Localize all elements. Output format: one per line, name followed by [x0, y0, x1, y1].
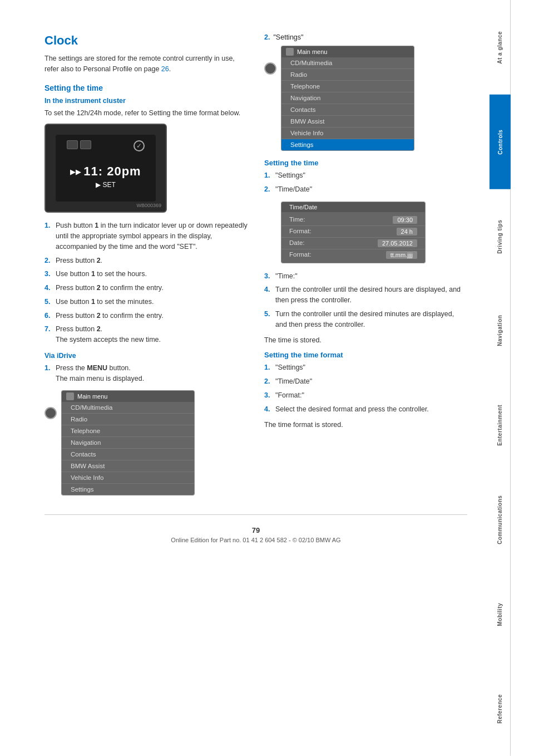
- menu-item-contacts: Contacts: [62, 449, 194, 460]
- format-step-1: 1. "Settings": [264, 362, 467, 373]
- main-menu-screenshot-right: Main menu CD/Multimedia Radio Telephone …: [281, 46, 467, 151]
- setting-time-steps-list: 1. "Settings" 2. "Time/Date": [264, 170, 467, 195]
- idrive-steps-list: 1. Press the MENU button.The main menu i…: [44, 363, 248, 384]
- menu-item-telephone: Telephone: [62, 425, 194, 437]
- intro-text: The settings are stored for the remote c…: [44, 53, 248, 75]
- time-step-text-5: Turn the controller until the desired mi…: [275, 309, 467, 330]
- fmt-step-num-4: 4.: [264, 404, 272, 415]
- cluster-icons: [67, 140, 91, 149]
- cluster-check-icon: ✓: [134, 140, 145, 151]
- sidebar-tab-at-a-glance[interactable]: At a glance: [490, 0, 511, 95]
- cluster-set-label: ▶ SET: [96, 181, 116, 189]
- time-step-num-3: 3.: [264, 271, 272, 282]
- menu-item-telephone-r: Telephone: [281, 81, 414, 92]
- step-num-2: 2.: [44, 256, 52, 266]
- step-text-2: Press button 2.: [56, 256, 102, 266]
- timedate-header: Time/Date: [281, 202, 425, 212]
- time-step-text-4: Turn the controller until the desired ho…: [275, 284, 467, 306]
- cluster-step-4: 4. Press button 2 to confirm the entry.: [44, 283, 248, 293]
- page-link[interactable]: 26: [161, 65, 169, 73]
- timedate-screenshot: Time/Date Time: 09:30 Format: 24 h Date:: [281, 202, 426, 263]
- cluster-step-7: 7. Press button 2.The system accepts the…: [44, 324, 248, 345]
- sidebar-tab-controls[interactable]: Controls: [490, 95, 511, 189]
- via-idrive-heading: Via iDrive: [44, 352, 248, 360]
- timedate-label-date: Date:: [289, 239, 305, 247]
- sidebar-tab-reference[interactable]: Reference: [490, 661, 511, 756]
- timedate-label-time: Time:: [289, 216, 305, 224]
- st-step-num-1: 1.: [264, 170, 272, 181]
- cluster-display: ✓ ▶▶ 11: 20pm ▶ SET: [56, 135, 156, 202]
- format-steps-list: 1. "Settings" 2. "Time/Date" 3. "Format:…: [264, 362, 467, 414]
- cluster-step-1: 1. Push button 1 in the turn indicator l…: [44, 220, 248, 252]
- step-text-1: Push button 1 in the turn indicator leve…: [56, 220, 248, 252]
- timedate-label-format2: Format:: [289, 251, 312, 259]
- cluster-step-5: 5. Use button 1 to set the minutes.: [44, 297, 248, 307]
- idrive-step-text-1: Press the MENU button.The main menu is d…: [56, 363, 144, 384]
- menu-item-cd-r: CD/Multimedia: [281, 57, 414, 69]
- menu-item-settings-left: Settings: [62, 484, 194, 495]
- step-num-1: 1.: [44, 220, 52, 252]
- idrive-knob-icon: [44, 407, 57, 419]
- menu-item-cd: CD/Multimedia: [62, 402, 194, 414]
- time-step-4: 4. Turn the controller until the desired…: [264, 284, 467, 306]
- instrument-cluster-body: To set the 12h/24h mode, refer to Settin…: [44, 108, 248, 119]
- step-num-3: 3.: [44, 269, 52, 279]
- sidebar-tab-mobility[interactable]: Mobility: [490, 567, 511, 662]
- menu-item-settings-right: Settings: [281, 139, 414, 150]
- sidebar-tab-communications[interactable]: Communications: [490, 473, 511, 567]
- main-menu-items-right: CD/Multimedia Radio Telephone Navigation…: [281, 57, 414, 150]
- fmt-step-text-2: "Time/Date": [275, 376, 312, 387]
- setting-time-right-heading: Setting the time: [264, 159, 467, 167]
- cluster-image-caption: WB000369: [136, 203, 161, 208]
- footer-text: Online Edition for Part no. 01 41 2 604 …: [44, 537, 467, 543]
- sidebar-tab-driving-tips[interactable]: Driving tips: [490, 189, 511, 284]
- timedate-row-format2: Format: tt.mm.jjjj: [281, 249, 425, 261]
- time-step-num-4: 4.: [264, 284, 272, 306]
- step-num-5: 5.: [44, 297, 52, 307]
- st-step-num-2: 2.: [264, 184, 272, 195]
- time-stored-text: The time is stored.: [264, 336, 467, 344]
- menu-item-radio: Radio: [62, 414, 194, 425]
- step-2-text: "Settings": [273, 33, 303, 41]
- page-footer: 79 Online Edition for Part no. 01 41 2 6…: [44, 514, 467, 549]
- setting-time-step-2: 2. "Time/Date": [264, 184, 467, 195]
- menu-item-bmw-assist: BMW Assist: [62, 460, 194, 472]
- step-text-7: Press button 2.The system accepts the ne…: [56, 324, 161, 345]
- setting-time-format-heading: Setting the time format: [264, 351, 467, 359]
- menu-item-navigation: Navigation: [62, 437, 194, 449]
- timedate-title: Time/Date: [289, 204, 317, 210]
- main-menu-box-left: Main menu CD/Multimedia Radio Telephone …: [61, 390, 195, 495]
- menu-header-icon-left: [66, 392, 74, 400]
- step-text-6: Press button 2 to confirm the entry.: [56, 311, 164, 321]
- menu-item-navigation-r: Navigation: [281, 92, 414, 104]
- menu-item-bmw-assist-r: BMW Assist: [281, 116, 414, 127]
- timedate-row-time: Time: 09:30: [281, 214, 425, 226]
- timedate-label-format1: Format:: [289, 228, 312, 235]
- step-text-5: Use button 1 to set the minutes.: [56, 297, 154, 307]
- cluster-step-2: 2. Press button 2.: [44, 256, 248, 266]
- cluster-time-display: 11: 20pm: [83, 164, 141, 179]
- idrive-knob-icon-right: [264, 62, 276, 75]
- main-menu-items-left: CD/Multimedia Radio Telephone Navigation…: [62, 402, 194, 495]
- fmt-step-num-1: 1.: [264, 362, 272, 373]
- cluster-arrow-icon: ▶▶: [70, 168, 81, 176]
- st-step-text-2: "Time/Date": [275, 184, 312, 195]
- sidebar-tab-navigation[interactable]: Navigation: [490, 283, 511, 378]
- idrive-step-num-1: 1.: [44, 363, 52, 384]
- step-2-num: 2.: [264, 33, 270, 41]
- cluster-icon-1: [67, 140, 78, 149]
- fmt-step-text-1: "Settings": [275, 362, 305, 373]
- instrument-cluster-image: ✓ ▶▶ 11: 20pm ▶ SET WB000369: [44, 124, 167, 213]
- time-steps-list: 3. "Time:" 4. Turn the controller until …: [264, 271, 467, 330]
- main-menu-header-right: Main menu: [281, 46, 414, 57]
- time-step-text-3: "Time:": [275, 271, 298, 282]
- st-step-text-1: "Settings": [275, 170, 305, 181]
- time-format-stored-text: The time format is stored.: [264, 421, 467, 429]
- time-step-num-5: 5.: [264, 309, 272, 330]
- step-num-4: 4.: [44, 283, 52, 293]
- sidebar-tab-entertainment[interactable]: Entertainment: [490, 378, 511, 473]
- menu-item-radio-r: Radio: [281, 69, 414, 81]
- fmt-step-text-3: "Format:": [275, 390, 304, 401]
- fmt-step-num-2: 2.: [264, 376, 272, 387]
- cluster-steps-list: 1. Push button 1 in the turn indicator l…: [44, 220, 248, 345]
